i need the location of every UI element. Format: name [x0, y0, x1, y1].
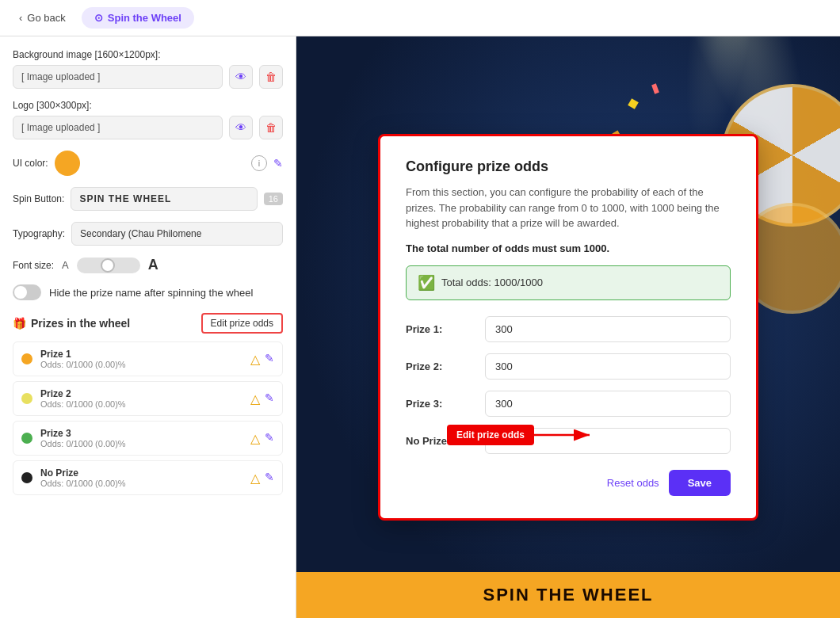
go-back-label: Go back	[27, 12, 65, 24]
reset-odds-button[interactable]: Reset odds	[607, 477, 659, 489]
list-item: Prize 3 Odds: 0/1000 (0.00)% △ ✎	[13, 421, 283, 456]
prize-dot	[21, 433, 32, 444]
typography-row: Typography: Secondary (Chau Philomene	[13, 222, 283, 246]
font-size-small-icon: A	[62, 259, 69, 271]
bg-image-preview-button[interactable]: 👁	[229, 65, 253, 89]
warning-icon[interactable]: △	[250, 391, 260, 406]
prize-2-label: Prize 2:	[406, 360, 485, 372]
save-button[interactable]: Save	[669, 470, 731, 496]
prize-odds-row-1: Prize 1:	[406, 316, 731, 342]
bg-image-input: [ Image uploaded ]	[13, 65, 223, 89]
total-odds-text: Total odds: 1000/1000	[441, 277, 543, 288]
bg-image-delete-button[interactable]: 🗑	[259, 65, 283, 89]
modal-notice: The total number of odds must sum 1000.	[406, 242, 731, 254]
prize-odds: Odds: 0/1000 (0.00)%	[40, 439, 250, 448]
list-item: No Prize Odds: 0/1000 (0.00)% △ ✎	[13, 460, 283, 495]
logo-delete-button[interactable]: 🗑	[259, 116, 283, 139]
prize-dot	[21, 353, 32, 364]
prize-3-label: Prize 3:	[406, 398, 485, 410]
prize-2-input[interactable]	[485, 353, 731, 380]
modal-overlay: Configure prize odds From this section, …	[296, 36, 840, 618]
prize-list: Prize 1 Odds: 0/1000 (0.00)% △ ✎ Prize 2…	[13, 341, 283, 495]
edit-prize-button[interactable]: ✎	[265, 471, 274, 486]
prizes-header: 🎁 Prizes in the wheel Edit prize odds	[13, 313, 283, 334]
edit-prize-button[interactable]: ✎	[265, 431, 274, 446]
font-size-slider[interactable]	[77, 258, 140, 273]
check-icon: ✅	[418, 274, 435, 292]
prize-actions: △ ✎	[250, 391, 274, 406]
prize-odds: Odds: 0/1000 (0.00)%	[40, 479, 250, 488]
edit-prize-button[interactable]: ✎	[265, 391, 274, 406]
bg-image-label: Background image [1600×1200px]:	[13, 49, 283, 60]
warning-icon[interactable]: △	[250, 431, 260, 446]
dark-background: Configure prize odds From this section, …	[296, 36, 840, 618]
list-item: Prize 2 Odds: 0/1000 (0.00)% △ ✎	[13, 381, 283, 416]
logo-label: Logo [300×300px]:	[13, 100, 283, 111]
prize-odds-row-3: Prize 3:	[406, 391, 731, 417]
prize-info: Prize 1 Odds: 0/1000 (0.00)%	[40, 349, 250, 369]
prize-name: Prize 1	[40, 349, 250, 360]
ui-color-edit-button[interactable]: ✎	[273, 157, 283, 170]
font-size-slider-knob	[101, 258, 115, 273]
ui-color-label: UI color:	[13, 158, 48, 169]
arrow-svg	[534, 427, 598, 443]
prize-info: Prize 3 Odds: 0/1000 (0.00)%	[40, 428, 250, 448]
spin-button-badge: 16	[264, 193, 283, 205]
prize-name: No Prize	[40, 467, 250, 479]
header: ‹ Go back ⊙ Spin the Wheel	[0, 0, 840, 36]
warning-icon[interactable]: △	[250, 352, 260, 367]
sidebar: Background image [1600×1200px]: [ Image …	[0, 36, 296, 618]
tab-label: Spin the Wheel	[108, 12, 181, 24]
prize-actions: △ ✎	[250, 471, 274, 486]
ui-color-row: UI color: i ✎	[13, 151, 283, 176]
font-size-row: Font size: A A	[13, 257, 283, 273]
spin-button-label: Spin Button:	[13, 193, 64, 204]
total-odds-box: ✅ Total odds: 1000/1000	[406, 265, 731, 300]
modal-description: From this section, you can configure the…	[406, 185, 731, 231]
prize-name: Prize 2	[40, 388, 250, 399]
ui-color-info-button[interactable]: i	[251, 155, 267, 171]
spin-button-input[interactable]: SPIN THE WHEEL	[71, 187, 257, 211]
typography-select[interactable]: Secondary (Chau Philomene	[71, 222, 283, 246]
font-size-label: Font size:	[13, 260, 54, 271]
prize-info: No Prize Odds: 0/1000 (0.00)%	[40, 467, 250, 488]
chevron-left-icon: ‹	[19, 12, 22, 24]
bg-image-row: [ Image uploaded ] 👁 🗑	[13, 65, 283, 89]
gift-icon: 🎁	[13, 317, 26, 330]
arrow-label: Edit prize odds	[447, 425, 534, 445]
edit-prize-button[interactable]: ✎	[265, 352, 274, 367]
edit-prize-odds-button[interactable]: Edit prize odds	[201, 313, 283, 334]
prize-actions: △ ✎	[250, 431, 274, 446]
prize-info: Prize 2 Odds: 0/1000 (0.00)%	[40, 388, 250, 409]
prize-1-label: Prize 1:	[406, 323, 485, 335]
hide-prize-label: Hide the prize name after spinning the w…	[49, 287, 253, 299]
active-tab[interactable]: ⊙ Spin the Wheel	[82, 7, 194, 29]
typography-label: Typography:	[13, 228, 65, 239]
layout: Background image [1600×1200px]: [ Image …	[0, 36, 840, 618]
hide-prize-toggle[interactable]	[13, 284, 41, 300]
prizes-section-label: Prizes in the wheel	[31, 317, 130, 330]
prize-name: Prize 3	[40, 428, 250, 439]
go-back-button[interactable]: ‹ Go back	[13, 9, 72, 27]
modal-title: Configure prize odds	[406, 158, 731, 175]
logo-input: [ Image uploaded ]	[13, 116, 223, 139]
ui-color-swatch[interactable]	[55, 151, 80, 176]
edit-odds-arrow-annotation: Edit prize odds	[447, 425, 598, 445]
wheel-icon: ⊙	[94, 12, 103, 24]
prize-dot	[21, 472, 32, 483]
prize-odds-row-2: Prize 2:	[406, 353, 731, 380]
warning-icon[interactable]: △	[250, 471, 260, 486]
hide-prize-toggle-row: Hide the prize name after spinning the w…	[13, 284, 283, 300]
prize-dot	[21, 393, 32, 404]
configure-odds-modal: Configure prize odds From this section, …	[378, 134, 758, 521]
spin-button-row: Spin Button: SPIN THE WHEEL 16	[13, 187, 283, 211]
prize-actions: △ ✎	[250, 352, 274, 367]
logo-preview-button[interactable]: 👁	[229, 116, 253, 139]
prize-odds: Odds: 0/1000 (0.00)%	[40, 399, 250, 409]
prize-1-input[interactable]	[485, 316, 731, 342]
list-item: Prize 1 Odds: 0/1000 (0.00)% △ ✎	[13, 341, 283, 376]
prize-3-input[interactable]	[485, 391, 731, 417]
main-area: Configure prize odds From this section, …	[296, 36, 840, 618]
toggle-knob	[14, 286, 27, 299]
prizes-title: 🎁 Prizes in the wheel	[13, 317, 130, 330]
